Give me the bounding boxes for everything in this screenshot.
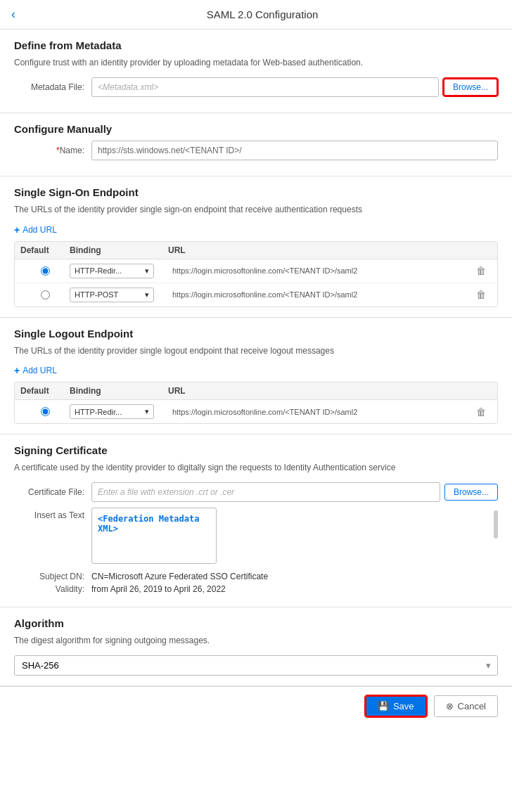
validity-value: from April 26, 2019 to April 26, 2022 bbox=[91, 584, 226, 594]
slo-row1-binding-label: HTTP-Redir... bbox=[75, 408, 122, 416]
sso-endpoint-section: Single Sign-On Endpoint The URLs of the … bbox=[0, 176, 512, 318]
sso-row1-default-cell bbox=[20, 266, 70, 276]
slo-table-header: Default Binding URL bbox=[15, 382, 497, 400]
sso-row2-radio[interactable] bbox=[41, 290, 50, 299]
table-row: HTTP-Redir... ▾ https://login.microsofto… bbox=[15, 400, 497, 423]
slo-endpoint-desc: The URLs of the identity provider single… bbox=[14, 345, 498, 357]
slo-row1-delete-button[interactable]: 🗑 bbox=[471, 406, 492, 418]
sso-table: Default Binding URL HTTP-Redir... ▾ http… bbox=[14, 241, 498, 307]
slo-col-action bbox=[471, 386, 492, 396]
table-row: HTTP-POST ▾ https://login.microsoftonlin… bbox=[15, 283, 497, 307]
define-from-metadata-title: Define from Metadata bbox=[14, 39, 498, 51]
save-label: Save bbox=[393, 701, 414, 711]
define-from-metadata-section: Define from Metadata Configure trust wit… bbox=[0, 30, 512, 113]
sso-endpoint-title: Single Sign-On Endpoint bbox=[14, 186, 498, 198]
sso-row1-radio[interactable] bbox=[41, 266, 50, 276]
sso-plus-icon: + bbox=[14, 224, 20, 236]
slo-endpoint-title: Single Logout Endpoint bbox=[14, 328, 498, 340]
insert-as-text-label: Insert as Text bbox=[14, 508, 91, 520]
subject-dn-row: Subject DN: CN=Microsoft Azure Federated… bbox=[14, 572, 498, 581]
scrollbar-indicator bbox=[494, 510, 498, 539]
page-header: ‹ SAML 2.0 Configuration bbox=[0, 0, 512, 30]
slo-add-url-button[interactable]: + Add URL bbox=[14, 365, 57, 376]
algorithm-select-wrapper: SHA-256 SHA-384 SHA-512 bbox=[14, 655, 498, 676]
sso-table-header: Default Binding URL bbox=[15, 242, 497, 259]
cancel-label: Cancel bbox=[458, 701, 486, 711]
sso-row2-binding-select[interactable]: HTTP-POST ▾ bbox=[70, 288, 154, 302]
insert-as-text-row: Insert as Text <Federation Metadata XML> bbox=[14, 508, 498, 566]
validity-label: Validity: bbox=[14, 584, 91, 594]
sso-endpoint-desc: The URLs of the identity provider single… bbox=[14, 204, 498, 216]
cert-file-input[interactable] bbox=[91, 482, 440, 502]
signing-certificate-desc: A certificate used by the identity provi… bbox=[14, 462, 498, 474]
sso-row1-binding-cell: HTTP-Redir... ▾ bbox=[70, 264, 168, 278]
slo-row1-default-cell bbox=[20, 407, 70, 416]
slo-add-url-label: Add URL bbox=[23, 366, 57, 375]
sso-row2-binding-cell: HTTP-POST ▾ bbox=[70, 288, 168, 302]
name-input[interactable] bbox=[91, 141, 498, 160]
slo-table: Default Binding URL HTTP-Redir... ▾ http… bbox=[14, 382, 498, 424]
cert-textarea[interactable]: <Federation Metadata XML> bbox=[91, 508, 217, 564]
slo-col-url: URL bbox=[168, 386, 471, 396]
subject-dn-label: Subject DN: bbox=[14, 572, 91, 581]
configure-manually-section: Configure Manually *Name: bbox=[0, 113, 512, 176]
cancel-button[interactable]: ⊗ Cancel bbox=[434, 695, 498, 717]
sso-col-action bbox=[471, 245, 492, 255]
back-button[interactable]: ‹ bbox=[11, 7, 15, 22]
metadata-browse-button[interactable]: Browse... bbox=[443, 78, 498, 96]
cert-textarea-wrapper: <Federation Metadata XML> bbox=[91, 508, 498, 566]
save-icon: 💾 bbox=[378, 701, 389, 711]
slo-col-default: Default bbox=[20, 386, 70, 396]
define-from-metadata-desc: Configure trust with an identity provide… bbox=[14, 57, 498, 69]
algorithm-section: Algorithm The digest algorithm for signi… bbox=[0, 607, 512, 686]
page-title: SAML 2.0 Configuration bbox=[24, 8, 501, 20]
sso-row1-binding-label: HTTP-Redir... bbox=[75, 266, 122, 275]
cert-file-row: Certificate File: Browse... bbox=[14, 482, 498, 502]
signing-certificate-title: Signing Certificate bbox=[14, 444, 498, 456]
algorithm-title: Algorithm bbox=[14, 617, 498, 629]
slo-row1-binding-select[interactable]: HTTP-Redir... ▾ bbox=[70, 404, 154, 419]
cert-browse-button[interactable]: Browse... bbox=[444, 484, 498, 501]
sso-row2-url: https://login.microsoftonline.com/<TENAN… bbox=[168, 290, 471, 299]
slo-row1-binding-cell: HTTP-Redir... ▾ bbox=[70, 404, 168, 419]
sso-col-url: URL bbox=[168, 245, 471, 255]
signing-certificate-section: Signing Certificate A certificate used b… bbox=[0, 434, 512, 607]
name-label: *Name: bbox=[14, 146, 91, 155]
metadata-file-row: Metadata File: Browse... bbox=[14, 77, 498, 97]
sso-col-default: Default bbox=[20, 245, 70, 255]
validity-row: Validity: from April 26, 2019 to April 2… bbox=[14, 584, 498, 594]
sso-row1-url: https://login.microsoftonline.com/<TENAN… bbox=[168, 266, 471, 275]
algorithm-desc: The digest algorithm for signing outgoin… bbox=[14, 635, 498, 647]
name-row: *Name: bbox=[14, 141, 498, 160]
slo-row1-url: https://login.microsoftonline.com/<TENAN… bbox=[168, 408, 471, 416]
sso-row1-binding-select[interactable]: HTTP-Redir... ▾ bbox=[70, 264, 154, 278]
configure-manually-title: Configure Manually bbox=[14, 123, 498, 135]
slo-plus-icon: + bbox=[14, 365, 20, 376]
sso-row1-delete-button[interactable]: 🗑 bbox=[471, 265, 492, 276]
sso-row1-binding-chevron: ▾ bbox=[145, 266, 149, 276]
save-button[interactable]: 💾 Save bbox=[365, 695, 427, 717]
slo-endpoint-section: Single Logout Endpoint The URLs of the i… bbox=[0, 318, 512, 435]
algorithm-select[interactable]: SHA-256 SHA-384 SHA-512 bbox=[14, 655, 498, 676]
slo-row1-radio[interactable] bbox=[41, 407, 50, 416]
page-footer: 💾 Save ⊗ Cancel bbox=[0, 686, 512, 726]
slo-row1-binding-chevron: ▾ bbox=[145, 407, 149, 416]
sso-col-binding: Binding bbox=[70, 245, 168, 255]
sso-add-url-button[interactable]: + Add URL bbox=[14, 224, 57, 236]
cert-file-label: Certificate File: bbox=[14, 487, 91, 497]
sso-add-url-label: Add URL bbox=[23, 225, 57, 235]
table-row: HTTP-Redir... ▾ https://login.microsofto… bbox=[15, 259, 497, 283]
subject-dn-value: CN=Microsoft Azure Federated SSO Certifi… bbox=[91, 572, 268, 581]
sso-row2-default-cell bbox=[20, 290, 70, 299]
sso-row2-binding-label: HTTP-POST bbox=[75, 290, 118, 299]
metadata-file-label: Metadata File: bbox=[14, 82, 91, 92]
cancel-icon: ⊗ bbox=[446, 701, 454, 711]
metadata-file-input[interactable] bbox=[91, 77, 439, 97]
sso-row2-delete-button[interactable]: 🗑 bbox=[471, 289, 492, 300]
slo-col-binding: Binding bbox=[70, 386, 168, 396]
sso-row2-binding-chevron: ▾ bbox=[145, 290, 149, 299]
